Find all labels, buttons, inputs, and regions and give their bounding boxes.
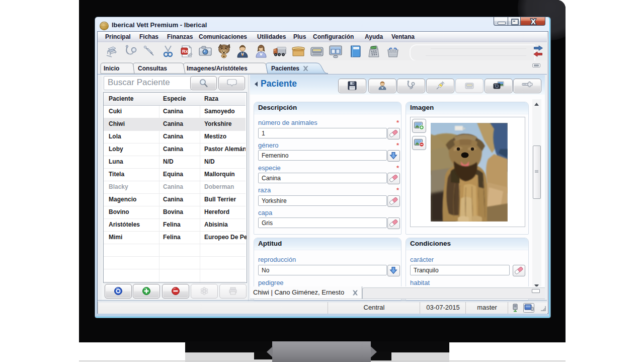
svg-text:Rx: Rx	[182, 49, 188, 54]
